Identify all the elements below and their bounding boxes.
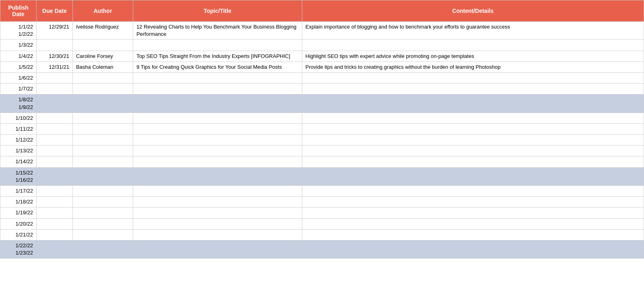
content-cell	[302, 135, 644, 146]
table-row: 1/19/22	[0, 207, 644, 218]
header-content: Content/Details	[302, 0, 644, 22]
author-cell	[72, 72, 133, 83]
author-cell	[72, 113, 133, 123]
publish-date-cell: 1/19/22	[0, 207, 37, 218]
due-date-cell	[36, 156, 72, 167]
due-date-cell	[36, 167, 72, 185]
publish-date-cell: 1/13/22	[0, 146, 37, 156]
topic-cell: 9 Tips for Creating Quick Graphics for Y…	[133, 62, 302, 72]
publish-date-cell: 1/5/22	[0, 62, 37, 72]
publish-date-cell: 1/14/22	[0, 156, 37, 167]
author-cell	[72, 40, 133, 51]
content-cell	[302, 207, 644, 218]
topic-cell	[133, 197, 302, 207]
topic-cell	[133, 218, 302, 229]
topic-cell	[133, 156, 302, 167]
due-date-cell	[36, 218, 72, 229]
topic-cell	[133, 207, 302, 218]
topic-cell	[133, 240, 302, 258]
table-row: 1/4/2212/30/21Caroline ForseyTop SEO Tip…	[0, 51, 644, 62]
publish-date-cell: 1/18/22	[0, 197, 37, 207]
publish-date-cell: 1/6/22	[0, 72, 37, 83]
table-row: 1/12/22	[0, 135, 644, 146]
table-row: 1/17/22	[0, 186, 644, 197]
publish-date-cell: 1/3/22	[0, 40, 37, 51]
author-cell: Caroline Forsey	[72, 51, 133, 62]
content-cell	[302, 167, 644, 185]
publish-date-cell: 1/17/22	[0, 186, 37, 197]
content-cell	[302, 94, 644, 113]
author-cell	[72, 229, 133, 240]
content-cell	[302, 197, 644, 207]
table-row: 1/1/221/2/2212/29/21Ivelisse Rodriguez12…	[0, 22, 644, 40]
publish-date-cell: 1/11/22	[0, 123, 37, 134]
table-row: 1/11/22	[0, 123, 644, 134]
table-row: 1/8/221/9/22	[0, 94, 644, 113]
publish-date-cell: 1/1/221/2/22	[0, 22, 37, 40]
table-row: 1/20/22	[0, 218, 644, 229]
content-cell	[302, 229, 644, 240]
content-cell	[302, 40, 644, 51]
topic-cell	[133, 94, 302, 113]
topic-cell	[133, 146, 302, 156]
content-cell	[302, 240, 644, 258]
table-row: 1/3/22	[0, 40, 644, 51]
due-date-cell: 12/30/21	[36, 51, 72, 62]
author-cell	[72, 135, 133, 146]
topic-cell	[133, 113, 302, 123]
content-cell	[302, 186, 644, 197]
content-cell	[302, 72, 644, 83]
publish-date-cell: 1/21/22	[0, 229, 37, 240]
table-row: 1/21/22	[0, 229, 644, 240]
author-cell	[72, 146, 133, 156]
topic-cell	[133, 186, 302, 197]
due-date-cell	[36, 72, 72, 83]
header-author: Author	[72, 0, 133, 22]
content-cell: Highlight SEO tips with expert advice wh…	[302, 51, 644, 62]
topic-cell: Top SEO Tips Straight From the Industry …	[133, 51, 302, 62]
header-publish-date: Publish Date	[0, 0, 37, 22]
due-date-cell	[36, 123, 72, 134]
table-row: 1/22/221/23/22	[0, 240, 644, 258]
table-row: 1/15/221/16/22	[0, 167, 644, 185]
publish-date-cell: 1/4/22	[0, 51, 37, 62]
due-date-cell	[36, 84, 72, 94]
table-row: 1/6/22	[0, 72, 644, 83]
table-row: 1/7/22	[0, 84, 644, 94]
publish-date-cell: 1/12/22	[0, 135, 37, 146]
publish-date-cell: 1/20/22	[0, 218, 37, 229]
content-cell	[302, 113, 644, 123]
content-cell: Provide tips and tricks to creating grap…	[302, 62, 644, 72]
content-cell	[302, 84, 644, 94]
table-row: 1/18/22	[0, 197, 644, 207]
content-cell	[302, 146, 644, 156]
due-date-cell: 12/31/21	[36, 62, 72, 72]
topic-cell	[133, 167, 302, 185]
topic-cell	[133, 135, 302, 146]
header-row: Publish Date Due Date Author Topic/Title…	[0, 0, 644, 22]
table-row: 1/14/22	[0, 156, 644, 167]
due-date-cell	[36, 146, 72, 156]
author-cell: Ivelisse Rodriguez	[72, 22, 133, 40]
due-date-cell	[36, 240, 72, 258]
table-row: 1/13/22	[0, 146, 644, 156]
content-calendar-table: Publish Date Due Date Author Topic/Title…	[0, 0, 644, 259]
author-cell	[72, 84, 133, 94]
author-cell	[72, 186, 133, 197]
author-cell	[72, 197, 133, 207]
due-date-cell	[36, 186, 72, 197]
content-cell	[302, 218, 644, 229]
due-date-cell	[36, 113, 72, 123]
content-cell	[302, 123, 644, 134]
due-date-cell	[36, 135, 72, 146]
due-date-cell	[36, 40, 72, 51]
header-due-date: Due Date	[36, 0, 72, 22]
author-cell	[72, 167, 133, 185]
author-cell	[72, 218, 133, 229]
publish-date-cell: 1/8/221/9/22	[0, 94, 37, 113]
due-date-cell	[36, 94, 72, 113]
publish-date-cell: 1/7/22	[0, 84, 37, 94]
due-date-cell	[36, 207, 72, 218]
table-row: 1/10/22	[0, 113, 644, 123]
author-cell	[72, 94, 133, 113]
